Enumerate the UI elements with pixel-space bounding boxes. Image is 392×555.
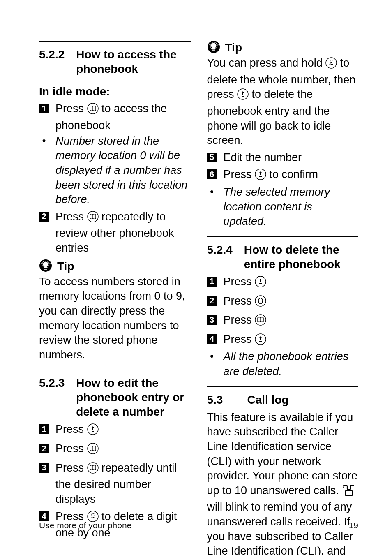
phonebook-icon	[87, 211, 99, 227]
rule	[207, 386, 359, 387]
step-text: Press	[55, 442, 99, 458]
step-1: 1 Press	[39, 422, 191, 439]
heading-number: 5.2.4	[207, 243, 233, 257]
step-number: 6	[207, 169, 217, 179]
heading-title: How to access the phonebook	[76, 47, 190, 76]
clear-icon	[325, 57, 337, 73]
bullet-dot: •	[39, 134, 49, 148]
page-footer: Use more of your phone 19	[39, 520, 358, 530]
step-number: 2	[39, 212, 49, 222]
phonebook-icon	[87, 443, 99, 458]
page-number: 19	[349, 520, 358, 530]
step-text: Press	[55, 422, 99, 439]
step-number: 2	[39, 444, 49, 453]
step-3: 3 Press	[207, 313, 359, 330]
step-text: Press	[224, 332, 267, 349]
tip-body: To access numbers stored in memory locat…	[39, 275, 191, 363]
zero-icon	[255, 295, 266, 311]
step-number: 3	[207, 315, 217, 325]
phonebook-icon	[87, 103, 99, 118]
bullet: • All the phonebook entries are deleted.	[207, 349, 359, 379]
program-icon	[255, 169, 266, 184]
bullet-text: The selected memory location content is …	[224, 185, 359, 229]
bullet-text: All the phonebook entries are deleted.	[224, 349, 359, 379]
heading-5-2-2: 5.2.2 How to access the phonebook	[39, 47, 191, 76]
step-2: 2 Press	[207, 294, 359, 311]
program-icon	[87, 423, 99, 439]
step-number: 4	[39, 511, 49, 521]
bullet: • Number stored in the memory location 0…	[39, 134, 191, 207]
step-text: Press	[224, 313, 267, 330]
bullet: • The selected memory location content i…	[207, 185, 359, 229]
step-2: 2 Press	[39, 442, 191, 458]
step-1: 1 Press	[207, 275, 359, 291]
heading-title: How to delete the entire phonebook	[244, 243, 358, 271]
heading-number: 5.2.3	[39, 376, 65, 390]
phonebook-icon	[255, 314, 266, 330]
step-4: 4 Press	[207, 332, 359, 349]
tip-body: You can press and hold to delete the who…	[207, 56, 359, 148]
heading-title: Call log	[247, 393, 289, 407]
step-text: Edit the number	[224, 150, 302, 165]
tip-label: Tip	[225, 41, 242, 54]
step-text: Press	[224, 294, 267, 311]
step-5: 5 Edit the number	[207, 150, 359, 165]
lightbulb-icon	[39, 259, 52, 274]
step-1: 1 Press to access the phonebook	[39, 102, 191, 133]
heading-5-3: 5.3 Call log	[207, 393, 359, 407]
program-icon	[255, 276, 266, 291]
footer-section: Use more of your phone	[39, 520, 131, 530]
step-text: Press to confirm	[224, 167, 318, 184]
step-6: 6 Press to confirm	[207, 167, 359, 184]
step-number: 5	[207, 153, 217, 162]
program-icon	[255, 333, 266, 349]
step-text: Press to access the phonebook	[55, 102, 191, 133]
page-body: 5.2.2 How to access the phonebook In idl…	[0, 0, 392, 497]
paragraph-5-3: This feature is available if you have su…	[207, 410, 359, 555]
step-text: Press repeatedly until the desired numbe…	[55, 461, 191, 507]
heading-number: 5.3	[207, 393, 236, 407]
phonebook-icon	[87, 462, 99, 478]
step-2: 2 Press repeatedly to review other phone…	[39, 210, 191, 256]
heading-5-2-4: 5.2.4 How to delete the entire phonebook	[207, 243, 359, 271]
bullet-dot: •	[207, 185, 217, 199]
handset-icon	[342, 484, 354, 500]
step-3: 3 Press repeatedly until the desired num…	[39, 461, 191, 507]
step-number: 1	[39, 424, 49, 434]
step-number: 1	[39, 104, 49, 113]
program-icon	[237, 88, 249, 104]
step-number: 4	[207, 334, 217, 344]
heading-5-2-3: 5.2.3 How to edit the phonebook entry or…	[39, 376, 191, 419]
tip-heading: Tip	[39, 259, 191, 274]
rule	[39, 41, 191, 42]
tip-label: Tip	[57, 260, 74, 273]
right-column: Tip You can press and hold to delete the…	[207, 37, 359, 497]
heading-number: 5.2.2	[39, 47, 65, 62]
step-number: 1	[207, 277, 217, 287]
heading-title: How to edit the phonebook entry or delet…	[76, 376, 190, 419]
sub-idle-mode: In idle mode:	[39, 84, 191, 99]
tip-heading: Tip	[207, 40, 359, 55]
rule	[207, 236, 359, 237]
lightbulb-icon	[207, 40, 220, 55]
step-text: Press repeatedly to review other phonebo…	[55, 210, 191, 256]
bullet-dot: •	[207, 349, 217, 363]
left-column: 5.2.2 How to access the phonebook In idl…	[39, 37, 191, 497]
rule	[39, 370, 191, 370]
step-number: 3	[39, 463, 49, 473]
bullet-text: Number stored in the memory location 0 w…	[55, 134, 191, 207]
step-text: Press	[224, 275, 267, 291]
step-number: 2	[207, 296, 217, 306]
